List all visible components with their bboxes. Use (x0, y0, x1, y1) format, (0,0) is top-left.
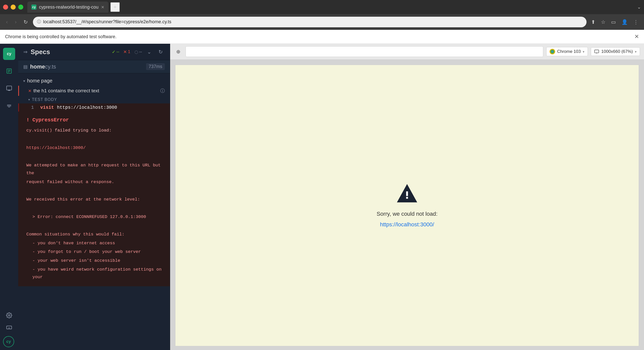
test-file-ext: cy.ts (45, 63, 56, 70)
error-title: CypressError (32, 117, 69, 123)
tab-close-icon[interactable]: ✕ (101, 5, 104, 10)
preview-error-link[interactable]: https://localhost:3000/ (380, 221, 434, 228)
cypress-sidebar: cy (0, 44, 18, 350)
cypress-runner-panel: ⇒ Specs ✓ -- ✕ 1 ◌ -- ⌄ ↻ (18, 44, 170, 350)
browser-selector[interactable]: Chrome 103 ▾ (546, 47, 588, 56)
sidebar-item-specs[interactable] (3, 65, 15, 77)
runner-header: ⇒ Specs ✓ -- ✕ 1 ◌ -- ⌄ ↻ (18, 44, 170, 60)
running-dashes: -- (139, 49, 142, 54)
running-stat: ◌ -- (134, 49, 142, 55)
sidebar-cy-badge[interactable]: cy (3, 336, 14, 347)
main-content: cy (0, 44, 644, 350)
test-file-name: home (30, 63, 45, 70)
error-line-4: We attempted to make an http request to … (26, 162, 165, 177)
reading-list-icon[interactable]: ▭ (610, 18, 617, 26)
cmd-name: visit (40, 105, 54, 110)
running-icon: ◌ (134, 49, 138, 55)
test-info-button[interactable]: ⓘ (160, 88, 165, 94)
preview-toolbar: ⊕ Chrome 103 ▾ 1000x660 (67%) ▾ (170, 44, 644, 60)
test-item[interactable]: ✕ the h1 contains the correct text ⓘ (18, 86, 170, 96)
browser-window: cy cypress-realworld-testing-cou ✕ + ⌄ ‹… (0, 0, 644, 44)
new-tab-button[interactable]: + (110, 2, 120, 12)
preview-content: Sorry, we could not load: https://localh… (175, 65, 639, 346)
error-line-14: - your web server isn't accessible (26, 257, 165, 265)
pass-stat: ✓ -- (112, 49, 119, 55)
security-icon: ⓘ (37, 19, 41, 25)
viewport-chevron-icon: ▾ (635, 50, 637, 54)
minimize-button[interactable] (11, 5, 16, 10)
preview-iframe-area: Sorry, we could not load: https://localh… (170, 60, 644, 350)
specs-icon: ⇒ (23, 49, 28, 55)
suite-header[interactable]: ▾ home page (18, 76, 170, 86)
test-body-label: TEST BODY (32, 97, 57, 102)
pass-dashes: -- (116, 49, 119, 54)
sidebar-item-debug[interactable] (3, 99, 15, 112)
reload-button[interactable]: ↻ (22, 17, 30, 27)
cypress-logo[interactable]: cy (3, 48, 15, 60)
command-line: 1 visit https://localhost:3000 (18, 103, 170, 112)
error-line-0: cy.visit() failed trying to load: (26, 127, 165, 135)
viewport-size: 1000x660 (67%) (601, 49, 633, 54)
svg-rect-3 (7, 86, 12, 90)
tab-bar: cy cypress-realworld-testing-cou ✕ + ⌄ (0, 0, 644, 14)
address-bar[interactable]: ⓘ localhost:53537/__/#/specs/runner?file… (33, 17, 587, 27)
runner-stats: ✓ -- ✕ 1 ◌ -- (112, 49, 142, 55)
sidebar-item-runs[interactable] (3, 82, 15, 94)
suite-title: home page (27, 78, 52, 84)
test-file-header: ▤ home cy.ts 737ms (18, 60, 170, 73)
file-icon: ▤ (23, 64, 28, 70)
runner-title: Specs (31, 48, 109, 56)
sidebar-item-settings[interactable] (3, 309, 15, 321)
error-line-11: Common situations why this would fail: (26, 231, 165, 238)
refresh-button[interactable]: ↻ (156, 48, 165, 56)
test-content: ▾ home page ✕ the h1 contains the correc… (18, 73, 170, 350)
test-file-time: 737ms (146, 63, 165, 70)
svg-rect-9 (7, 326, 12, 329)
error-title-line: ! CypressError (26, 116, 165, 125)
svg-rect-10 (595, 50, 599, 53)
cmd-arg: https://localhost:3000 (57, 105, 117, 110)
error-block: ! CypressError cy.visit() failed trying … (18, 112, 170, 286)
viewport-selector[interactable]: 1000x660 (67%) ▾ (591, 47, 640, 56)
x-icon: ✕ (123, 49, 127, 55)
preview-panel: ⊕ Chrome 103 ▾ 1000x660 (67%) ▾ (170, 44, 644, 350)
test-suite: ▾ home page ✕ the h1 contains the correc… (18, 73, 170, 289)
browser-name: Chrome 103 (557, 49, 581, 54)
tab-favicon: cy (31, 5, 36, 10)
error-line-15: - you have weird network configuration s… (26, 266, 165, 281)
close-button[interactable] (3, 5, 8, 10)
menu-icon[interactable]: ⋮ (632, 18, 640, 26)
preview-url-bar[interactable] (186, 46, 543, 57)
back-button[interactable]: ‹ (4, 17, 10, 26)
chrome-icon (550, 49, 555, 54)
dropdown-button[interactable]: ⌄ (145, 48, 153, 56)
warning-triangle-icon (396, 183, 418, 207)
info-bar: Chrome is being controlled by automated … (0, 30, 644, 44)
tab-menu-icon[interactable]: ⌄ (637, 4, 641, 10)
maximize-button[interactable] (18, 5, 23, 10)
preview-error-message: Sorry, we could not load: (377, 211, 438, 217)
bookmark-icon[interactable]: ☆ (599, 18, 607, 26)
viewport-icon (594, 49, 599, 54)
error-line-13: - you forgot to run / boot your web serv… (26, 248, 165, 256)
sidebar-item-keyboard[interactable] (3, 321, 15, 334)
error-line-7: We received this error at the network le… (26, 196, 165, 204)
error-line-12: - you don't have internet access (26, 239, 165, 247)
error-exclaim-icon: ! (26, 117, 32, 123)
nav-actions: ⬆ ☆ ▭ 👤 ⋮ (590, 18, 640, 26)
url-text: localhost:53537/__/#/specs/runner?file=c… (43, 19, 171, 25)
svg-text:cy: cy (7, 52, 11, 56)
svg-point-8 (8, 315, 10, 316)
suite-chevron-icon: ▾ (23, 79, 25, 83)
info-bar-close-button[interactable]: ✕ (634, 33, 639, 40)
check-icon: ✓ (112, 49, 115, 55)
profile-icon[interactable]: 👤 (620, 18, 629, 26)
cmd-number: 1 (31, 105, 37, 110)
preview-target-icon[interactable]: ⊕ (174, 47, 183, 56)
tab-title: cypress-realworld-testing-cou (39, 5, 98, 10)
forward-button[interactable]: › (13, 17, 19, 26)
share-icon[interactable]: ⬆ (590, 18, 597, 26)
info-bar-text: Chrome is being controlled by automated … (5, 34, 116, 39)
test-body-header[interactable]: ▾ TEST BODY (18, 96, 170, 103)
active-tab[interactable]: cy cypress-realworld-testing-cou ✕ (27, 2, 108, 13)
